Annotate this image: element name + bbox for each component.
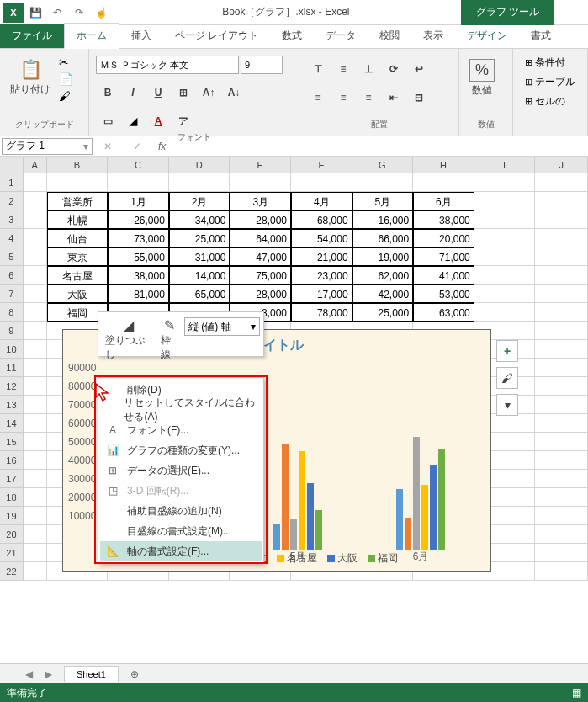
- font-color-button[interactable]: A: [146, 111, 170, 131]
- cell[interactable]: [474, 229, 536, 247]
- cell[interactable]: 28,000: [230, 210, 291, 229]
- cell[interactable]: 5月: [352, 192, 414, 210]
- context-menu-item[interactable]: ⊞データの選択(E)...: [100, 460, 262, 481]
- row-header[interactable]: 8: [0, 303, 24, 322]
- phonetic-button[interactable]: ア: [172, 111, 195, 131]
- context-menu-item[interactable]: リセットしてスタイルに合わせる(A): [100, 400, 262, 420]
- format-painter-icon[interactable]: 🖌: [59, 89, 73, 103]
- cell[interactable]: [24, 322, 47, 340]
- align-center-icon[interactable]: ≡: [331, 88, 355, 108]
- tab-insert[interactable]: 挿入: [119, 24, 163, 48]
- chart-styles-button[interactable]: 🖌: [496, 367, 518, 389]
- cell[interactable]: [535, 488, 588, 507]
- cell[interactable]: 42,000: [352, 285, 414, 303]
- row-header[interactable]: 14: [0, 414, 24, 433]
- tab-data[interactable]: データ: [314, 24, 368, 48]
- cell[interactable]: [24, 285, 47, 303]
- col-header[interactable]: C: [108, 157, 169, 173]
- cell[interactable]: [474, 266, 536, 285]
- col-header[interactable]: G: [352, 157, 414, 173]
- cell[interactable]: [24, 173, 47, 192]
- cell[interactable]: 47,000: [230, 247, 291, 266]
- row-header[interactable]: 11: [0, 359, 24, 377]
- cell[interactable]: 38,000: [413, 210, 474, 229]
- cell[interactable]: 6月: [413, 192, 474, 210]
- align-top-icon[interactable]: ⊤: [306, 59, 330, 79]
- cell[interactable]: 17,000: [291, 285, 352, 303]
- cell[interactable]: 66,000: [352, 229, 414, 247]
- cell[interactable]: [535, 396, 588, 414]
- save-icon[interactable]: 💾: [25, 3, 45, 23]
- row-header[interactable]: 9: [0, 322, 24, 340]
- row-header[interactable]: 6: [0, 266, 24, 285]
- cell[interactable]: [24, 340, 47, 359]
- cell[interactable]: 65,000: [169, 285, 230, 303]
- row-header[interactable]: 15: [0, 433, 24, 451]
- view-controls[interactable]: ▦: [572, 687, 581, 699]
- cell[interactable]: 14,000: [169, 266, 230, 285]
- row-header[interactable]: 5: [0, 247, 24, 266]
- cell[interactable]: 25,000: [352, 303, 414, 322]
- fill-button[interactable]: ◢ 塗りつぶし: [102, 316, 156, 353]
- cell[interactable]: 75,000: [230, 266, 291, 285]
- undo-icon[interactable]: ↶: [47, 3, 67, 23]
- cell[interactable]: [24, 359, 47, 377]
- row-header[interactable]: 1: [0, 173, 24, 192]
- cell[interactable]: [169, 173, 230, 192]
- font-shrink-icon[interactable]: A↓: [222, 82, 246, 103]
- cell[interactable]: [535, 247, 588, 266]
- tab-format[interactable]: 書式: [519, 24, 563, 48]
- col-header[interactable]: H: [413, 157, 474, 173]
- cell[interactable]: [535, 359, 588, 377]
- cell[interactable]: 大阪: [47, 285, 109, 303]
- border-dropdown[interactable]: ▭: [96, 111, 119, 131]
- cell[interactable]: 28,000: [230, 285, 291, 303]
- chart-filters-button[interactable]: ▾: [496, 394, 518, 416]
- row-header[interactable]: 4: [0, 229, 24, 247]
- cell[interactable]: [474, 192, 536, 210]
- font-size-select[interactable]: [241, 56, 283, 74]
- cell[interactable]: [535, 562, 588, 581]
- cell[interactable]: [474, 303, 536, 322]
- cell[interactable]: [24, 507, 47, 525]
- chart-elements-button[interactable]: +: [496, 340, 518, 362]
- bold-button[interactable]: B: [96, 82, 119, 103]
- cell[interactable]: 営業所: [47, 192, 109, 210]
- cell[interactable]: 25,000: [169, 229, 230, 247]
- cell[interactable]: [108, 173, 169, 192]
- cell[interactable]: [535, 303, 588, 322]
- sheet-tab[interactable]: Sheet1: [64, 666, 119, 682]
- cell-style-button[interactable]: ⊞ セルの: [525, 94, 565, 109]
- row-header[interactable]: 12: [0, 377, 24, 396]
- col-header[interactable]: A: [24, 157, 47, 173]
- cell[interactable]: 38,000: [108, 266, 169, 285]
- cell[interactable]: [24, 433, 47, 451]
- cell[interactable]: [24, 247, 47, 266]
- cell[interactable]: [24, 470, 47, 488]
- context-menu-item[interactable]: 目盛線の書式設定(M)...: [100, 521, 262, 541]
- col-header[interactable]: J: [535, 157, 588, 173]
- context-menu-item[interactable]: 📊グラフの種類の変更(Y)...: [100, 440, 262, 460]
- cell[interactable]: [24, 303, 47, 322]
- cell[interactable]: [535, 433, 588, 451]
- cell[interactable]: 34,000: [169, 210, 230, 229]
- cell[interactable]: 64,000: [230, 229, 291, 247]
- cell[interactable]: 68,000: [291, 210, 352, 229]
- cell[interactable]: 1月: [108, 192, 169, 210]
- merge-icon[interactable]: ⊟: [407, 88, 431, 108]
- col-header[interactable]: E: [230, 157, 291, 173]
- cell[interactable]: 仙台: [47, 229, 109, 247]
- cell[interactable]: [535, 525, 588, 544]
- cell[interactable]: [24, 525, 47, 544]
- cell[interactable]: 19,000: [352, 247, 414, 266]
- cell[interactable]: [230, 173, 291, 192]
- row-header[interactable]: 10: [0, 340, 24, 359]
- cell[interactable]: 23,000: [291, 266, 352, 285]
- select-all-corner[interactable]: [0, 157, 24, 173]
- col-header[interactable]: I: [474, 157, 536, 173]
- row-header[interactable]: 2: [0, 192, 24, 210]
- row-header[interactable]: 21: [0, 544, 24, 562]
- cell[interactable]: [24, 266, 47, 285]
- cell[interactable]: 73,000: [108, 229, 169, 247]
- cell[interactable]: [24, 229, 47, 247]
